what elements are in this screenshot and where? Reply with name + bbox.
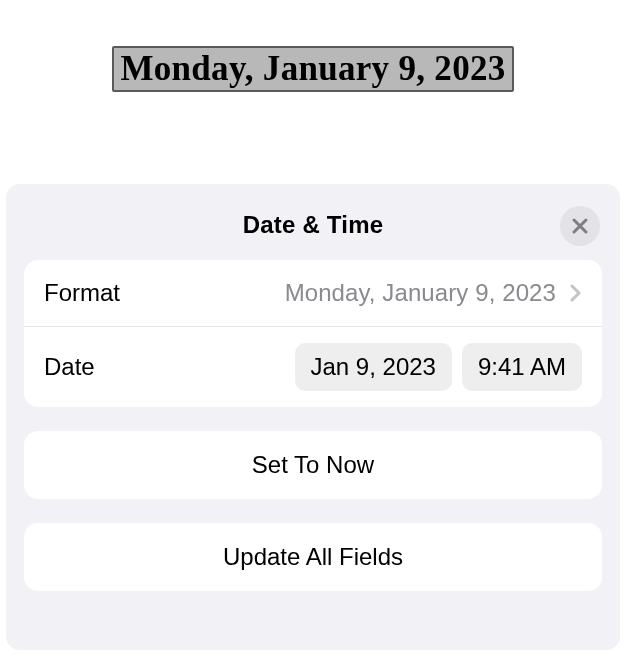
close-button[interactable]	[560, 206, 600, 246]
date-pill[interactable]: Jan 9, 2023	[295, 343, 452, 391]
time-pill[interactable]: 9:41 AM	[462, 343, 582, 391]
popover-header: Date & Time	[24, 196, 602, 254]
format-value-container: Monday, January 9, 2023	[285, 279, 582, 307]
date-label: Date	[44, 353, 95, 381]
popover-title: Date & Time	[243, 211, 383, 239]
date-row: Date Jan 9, 2023 9:41 AM	[24, 326, 602, 407]
format-row[interactable]: Format Monday, January 9, 2023	[24, 260, 602, 326]
date-pills-container: Jan 9, 2023 9:41 AM	[295, 343, 583, 391]
set-to-now-button[interactable]: Set To Now	[24, 431, 602, 499]
format-label: Format	[44, 279, 120, 307]
format-value: Monday, January 9, 2023	[285, 279, 556, 307]
close-icon	[571, 217, 589, 235]
settings-group: Format Monday, January 9, 2023 Date Jan …	[24, 260, 602, 407]
inserted-date-field[interactable]: Monday, January 9, 2023	[112, 46, 513, 92]
chevron-right-icon	[570, 283, 582, 303]
date-time-popover: Date & Time Format Monday, January 9, 20…	[6, 184, 620, 650]
update-all-fields-button[interactable]: Update All Fields	[24, 523, 602, 591]
document-canvas: Monday, January 9, 2023	[0, 0, 626, 92]
